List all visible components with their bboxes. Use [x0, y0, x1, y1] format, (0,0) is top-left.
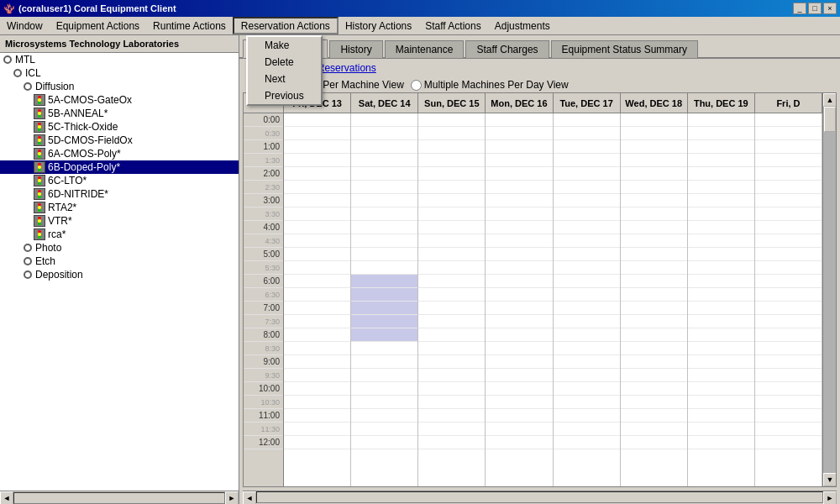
day-slot[interactable]: [418, 113, 485, 127]
day-slot[interactable]: [284, 382, 350, 396]
day-slot[interactable]: [351, 369, 417, 382]
day-slot[interactable]: [621, 423, 687, 436]
scroll-left-button[interactable]: ◄: [0, 491, 13, 505]
day-slot[interactable]: [554, 409, 620, 423]
day-slot[interactable]: [418, 288, 485, 302]
day-slot[interactable]: [284, 423, 350, 436]
scroll-up-button[interactable]: ▲: [823, 93, 837, 107]
day-slot[interactable]: [554, 302, 620, 315]
day-slot[interactable]: [621, 275, 687, 288]
day-slot[interactable]: [486, 154, 552, 167]
day-slot[interactable]: [351, 140, 417, 154]
tree-item-5a-cmos-gateox[interactable]: 5A-CMOS-GateOx: [0, 93, 239, 107]
day-slot[interactable]: [486, 288, 552, 302]
day-slot[interactable]: [688, 275, 754, 288]
day-slot[interactable]: [688, 288, 754, 302]
day-slot[interactable]: [418, 342, 485, 355]
tree-item-rta2[interactable]: RTA2*: [0, 201, 239, 214]
day-slot[interactable]: [688, 328, 754, 342]
tree-item-deposition[interactable]: Deposition: [0, 268, 239, 281]
day-slot[interactable]: [755, 221, 822, 234]
day-slot[interactable]: [486, 423, 552, 436]
day-slot[interactable]: [351, 288, 417, 302]
scrollbar-track[interactable]: [823, 107, 836, 473]
day-slot[interactable]: [688, 436, 754, 449]
day-slot[interactable]: [554, 382, 620, 396]
day-slot[interactable]: [486, 315, 552, 328]
day-slot[interactable]: [621, 181, 687, 194]
day-slot[interactable]: [688, 423, 754, 436]
menu-adjustments[interactable]: Adjustments: [488, 17, 557, 34]
tab-maintenance[interactable]: Maintenance: [385, 40, 465, 58]
day-slot[interactable]: [688, 248, 754, 261]
day-slot[interactable]: [554, 355, 620, 369]
day-slot[interactable]: [418, 167, 485, 181]
day-slot[interactable]: [755, 181, 822, 194]
day-slot[interactable]: [418, 234, 485, 248]
day-slot[interactable]: [554, 221, 620, 234]
day-slot[interactable]: [688, 302, 754, 315]
day-slot[interactable]: [418, 154, 485, 167]
day-slot[interactable]: [688, 261, 754, 275]
day-slot[interactable]: [755, 409, 822, 423]
day-slot[interactable]: [486, 436, 552, 449]
day-slot[interactable]: [418, 409, 485, 423]
tree-item-6b-doped-poly[interactable]: 6B-Doped-Poly*: [0, 160, 239, 174]
day-slot[interactable]: [284, 140, 350, 154]
menu-equipment-actions[interactable]: Equipment Actions: [50, 17, 146, 34]
day-slot[interactable]: [554, 436, 620, 449]
day-slot[interactable]: [554, 396, 620, 409]
day-slot[interactable]: [554, 140, 620, 154]
day-slot[interactable]: [486, 221, 552, 234]
day-slot[interactable]: [418, 194, 485, 207]
day-slot[interactable]: [351, 113, 417, 127]
menu-runtime-actions[interactable]: Runtime Actions: [146, 17, 233, 34]
day-slot[interactable]: [351, 154, 417, 167]
day-slot[interactable]: [284, 194, 350, 207]
day-slot[interactable]: [351, 355, 417, 369]
day-slot[interactable]: [351, 207, 417, 221]
menu-history-actions[interactable]: History Actions: [339, 17, 418, 34]
day-slot[interactable]: [284, 275, 350, 288]
day-slot[interactable]: [486, 181, 552, 194]
day-slot[interactable]: [621, 302, 687, 315]
tree-item-etch[interactable]: Etch: [0, 255, 239, 268]
day-slot[interactable]: [688, 342, 754, 355]
day-slot[interactable]: [621, 409, 687, 423]
dropdown-make[interactable]: Make: [248, 37, 321, 54]
day-slot[interactable]: [486, 409, 552, 423]
day-slot[interactable]: [621, 234, 687, 248]
day-slot[interactable]: [755, 248, 822, 261]
day-slot[interactable]: [418, 140, 485, 154]
tree-item-5c-thick-oxide[interactable]: 5C-Thick-Oxide: [0, 120, 239, 134]
day-slot[interactable]: [486, 396, 552, 409]
day-slot[interactable]: [284, 355, 350, 369]
day-slot[interactable]: [284, 221, 350, 234]
day-slot[interactable]: [351, 275, 417, 288]
day-slot[interactable]: [486, 234, 552, 248]
day-slot[interactable]: [351, 221, 417, 234]
day-slot[interactable]: [284, 328, 350, 342]
scroll-down-button[interactable]: ▼: [823, 473, 837, 486]
day-slot[interactable]: [621, 355, 687, 369]
day-slot[interactable]: [755, 207, 822, 221]
day-slot[interactable]: [755, 436, 822, 449]
day-slot[interactable]: [554, 194, 620, 207]
horizontal-scrollbar-track[interactable]: [13, 492, 225, 504]
day-slot[interactable]: [621, 328, 687, 342]
tree-item-6d-nitride[interactable]: 6D-NITRIDE*: [0, 187, 239, 201]
day-slot[interactable]: [621, 207, 687, 221]
tab-equipment-status[interactable]: Equipment Status Summary: [551, 40, 698, 58]
day-slot[interactable]: [351, 194, 417, 207]
day-slot[interactable]: [418, 423, 485, 436]
day-slot[interactable]: [688, 154, 754, 167]
day-slot[interactable]: [621, 261, 687, 275]
day-slot[interactable]: [418, 369, 485, 382]
day-slot[interactable]: [418, 221, 485, 234]
day-slot[interactable]: [755, 369, 822, 382]
day-slot[interactable]: [351, 248, 417, 261]
day-slot[interactable]: [554, 315, 620, 328]
day-slot[interactable]: [486, 167, 552, 181]
day-slot[interactable]: [755, 423, 822, 436]
day-view-option[interactable]: Multiple Machines Per Day View: [411, 79, 569, 91]
